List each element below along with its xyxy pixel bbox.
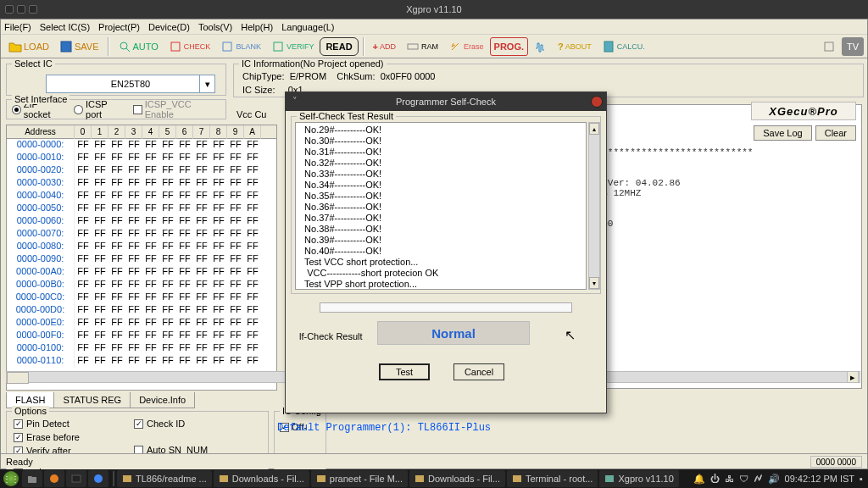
dialog-titlebar[interactable]: ˅ Programmer Self-Check bbox=[286, 92, 606, 111]
add-button[interactable]: +ADD bbox=[369, 37, 400, 56]
blank-button[interactable]: BLANK bbox=[216, 37, 265, 56]
about-button[interactable]: ?ABOUT bbox=[554, 37, 596, 56]
floppy-icon bbox=[59, 40, 73, 53]
vertical-scrollbar[interactable]: ▴ ▾ bbox=[588, 122, 600, 290]
hex-row[interactable]: 0000-0000:FFFFFFFFFFFFFFFFFFFFFF bbox=[7, 139, 276, 152]
minimize-icon[interactable]: ˅ bbox=[289, 96, 301, 108]
hex-row[interactable]: 0000-00F0:FFFFFFFFFFFFFFFFFFFFFF bbox=[7, 330, 276, 342]
bell-icon[interactable]: 🔔 bbox=[693, 474, 705, 485]
dip-icon bbox=[822, 40, 836, 53]
taskbar-window[interactable]: Downloads - Fil... bbox=[214, 470, 309, 487]
window-title: Xgpro v11.10 bbox=[406, 4, 461, 14]
scroll-down-icon[interactable]: ▾ bbox=[589, 277, 599, 289]
ic-combobox[interactable]: EN25T80 ▾ bbox=[46, 75, 215, 93]
prog-button[interactable]: PROG. bbox=[490, 37, 528, 56]
svg-rect-0 bbox=[61, 42, 71, 52]
menu-file[interactable]: File(F) bbox=[4, 22, 31, 32]
hex-row[interactable]: 0000-0070:FFFFFFFFFFFFFFFFFFFFFF bbox=[7, 228, 276, 241]
taskbar-window[interactable]: Terminal - root... bbox=[507, 470, 598, 487]
taskbar-firefox-icon[interactable] bbox=[44, 470, 64, 487]
hex-row[interactable]: 0000-0010:FFFFFFFFFFFFFFFFFFFFFF bbox=[7, 152, 276, 164]
taskbar-window[interactable]: Downloads - Fil... bbox=[409, 470, 505, 487]
system-tray[interactable]: 🔔 ⏻ 🖧 🛡 🗲 🔊 09:42:12 PM IST ▪ bbox=[693, 474, 868, 485]
taskbar-files-icon[interactable] bbox=[22, 470, 42, 487]
close-icon[interactable] bbox=[591, 96, 603, 108]
clear-log-button[interactable]: Clear bbox=[815, 125, 856, 141]
menu-device[interactable]: Device(D) bbox=[148, 22, 190, 32]
hex-row[interactable]: 0000-0090:FFFFFFFFFFFFFFFFFFFFFF bbox=[7, 253, 276, 266]
check-id-check[interactable]: Check ID bbox=[134, 419, 262, 429]
taskbar-window[interactable]: Xgpro v11.10 bbox=[599, 470, 678, 487]
erase-button[interactable]: Erase bbox=[444, 37, 488, 56]
hex-row[interactable]: 0000-00A0:FFFFFFFFFFFFFFFFFFFFFF bbox=[7, 266, 276, 279]
chevron-down-icon[interactable]: ▾ bbox=[199, 75, 214, 92]
chip-verify-icon bbox=[271, 40, 285, 53]
tab-statusreg[interactable]: STATUS REG bbox=[53, 392, 131, 408]
check-button[interactable]: CHECK bbox=[164, 37, 215, 56]
erase-before-check[interactable]: Erase before bbox=[14, 432, 80, 442]
folder-open-icon bbox=[8, 40, 22, 53]
svg-rect-12 bbox=[220, 475, 228, 482]
hex-row[interactable]: 0000-0020:FFFFFFFFFFFFFFFFFFFFFF bbox=[7, 164, 276, 177]
chip-check-icon bbox=[169, 40, 182, 53]
hex-row[interactable]: 0000-0080:FFFFFFFFFFFFFFFFFFFFFF bbox=[7, 241, 276, 253]
app-icon bbox=[512, 474, 522, 484]
test-wave-button[interactable] bbox=[530, 37, 552, 56]
calcu-button[interactable]: CALCU. bbox=[598, 37, 649, 56]
tv-button[interactable]: TV bbox=[842, 37, 864, 56]
shield-icon[interactable]: 🛡 bbox=[739, 474, 748, 484]
status-ready: Ready bbox=[6, 457, 33, 467]
wifi-icon[interactable]: ⏻ bbox=[710, 474, 720, 484]
menu-language[interactable]: Language(L) bbox=[281, 22, 334, 32]
hex-row[interactable]: 0000-0040:FFFFFFFFFFFFFFFFFFFFFF bbox=[7, 190, 276, 202]
cancel-button[interactable]: Cancel bbox=[453, 363, 504, 380]
load-button[interactable]: LOAD bbox=[4, 37, 53, 56]
verify-button[interactable]: VERIFY bbox=[267, 37, 319, 56]
start-menu-icon[interactable]: ⋮⋮ bbox=[3, 471, 19, 486]
ram-button[interactable]: RAM bbox=[402, 37, 442, 56]
menu-project[interactable]: Project(P) bbox=[98, 22, 140, 32]
window-buttons[interactable] bbox=[5, 5, 37, 14]
hex-row[interactable]: 0000-0050:FFFFFFFFFFFFFFFFFFFFFF bbox=[7, 202, 276, 215]
svg-point-10 bbox=[94, 474, 103, 483]
taskbar-terminal-icon[interactable] bbox=[66, 470, 86, 487]
status-addr: 0000 0000 bbox=[810, 456, 862, 468]
clock[interactable]: 09:42:12 PM IST bbox=[785, 474, 855, 484]
hex-row[interactable]: 0000-00E0:FFFFFFFFFFFFFFFFFFFFFF bbox=[7, 317, 276, 330]
test-button[interactable]: Test bbox=[379, 363, 430, 380]
read-button[interactable]: READ bbox=[320, 37, 358, 56]
default-programmer-label: Default Programmer(1): TL866II-Plus bbox=[277, 422, 491, 434]
network-icon[interactable]: 🖧 bbox=[725, 474, 734, 484]
tray-menu-icon[interactable]: ▪ bbox=[860, 474, 863, 484]
scroll-up-icon[interactable]: ▴ bbox=[589, 123, 599, 135]
save-button[interactable]: SAVE bbox=[55, 37, 103, 56]
selfcheck-list[interactable]: No.29#----------OK! No.30#----------OK! … bbox=[295, 122, 587, 290]
hex-row[interactable]: 0000-0100:FFFFFFFFFFFFFFFFFFFFFF bbox=[7, 342, 276, 355]
menu-selectic[interactable]: Select IC(S) bbox=[40, 22, 90, 32]
volume-icon[interactable]: 🔊 bbox=[768, 474, 780, 485]
hex-row[interactable]: 0000-0030:FFFFFFFFFFFFFFFFFFFFFF bbox=[7, 177, 276, 190]
tab-deviceinfo[interactable]: Device.Info bbox=[130, 392, 195, 408]
hex-viewer[interactable]: Address 0123456789A 0000-0000:FFFFFFFFFF… bbox=[6, 125, 277, 391]
menubar[interactable]: File(F) Select IC(S) Project(P) Device(D… bbox=[1, 19, 867, 35]
pin-detect-check[interactable]: Pin Detect bbox=[14, 419, 80, 429]
menu-tools[interactable]: Tools(V) bbox=[198, 22, 232, 32]
hex-row[interactable]: 0000-00C0:FFFFFFFFFFFFFFFFFFFFFF bbox=[7, 291, 276, 304]
taskbar-window[interactable]: praneet - File M... bbox=[311, 470, 408, 487]
scroll-right-button[interactable]: ▸ bbox=[847, 371, 859, 383]
taskbar-window[interactable]: TL866/readme ... bbox=[117, 470, 212, 487]
app-icon bbox=[219, 474, 229, 484]
chip-layout-button[interactable] bbox=[818, 37, 840, 56]
auto-button[interactable]: AUTO bbox=[114, 37, 163, 56]
os-taskbar[interactable]: ⋮⋮ TL866/readme ...Downloads - Fil...pra… bbox=[0, 469, 868, 488]
save-log-button[interactable]: Save Log bbox=[754, 125, 811, 141]
hex-row[interactable]: 0000-0060:FFFFFFFFFFFFFFFFFFFFFF bbox=[7, 215, 276, 228]
menu-help[interactable]: Help(H) bbox=[241, 22, 273, 32]
hex-header: Address 0123456789A bbox=[7, 125, 276, 139]
hex-row[interactable]: 0000-00B0:FFFFFFFFFFFFFFFFFFFFFF bbox=[7, 279, 276, 291]
taskbar-chrome-icon[interactable] bbox=[88, 470, 108, 487]
hex-row[interactable]: 0000-0110:FFFFFFFFFFFFFFFFFFFFFF bbox=[7, 355, 276, 368]
battery-icon[interactable]: 🗲 bbox=[754, 474, 763, 484]
icsp-radio[interactable]: ICSP port bbox=[74, 99, 125, 119]
hex-row[interactable]: 0000-00D0:FFFFFFFFFFFFFFFFFFFFFF bbox=[7, 304, 276, 317]
